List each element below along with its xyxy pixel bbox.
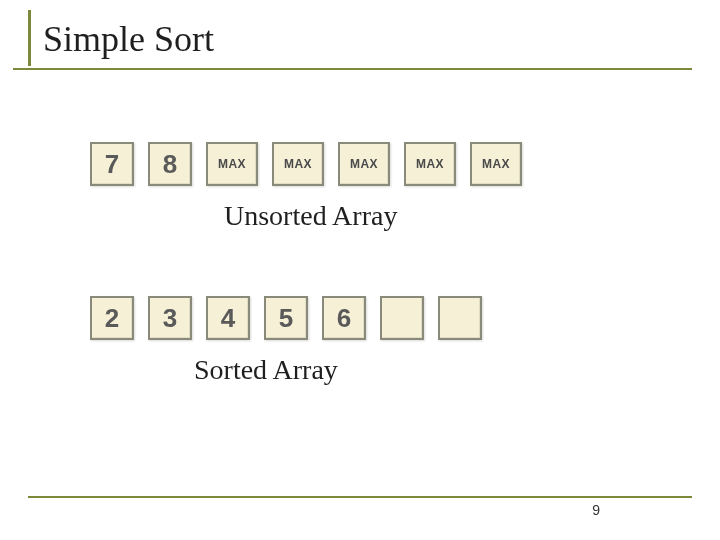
cell-value: 5 xyxy=(279,303,293,334)
cell-value: 2 xyxy=(105,303,119,334)
cell-value: 7 xyxy=(105,149,119,180)
array-cell: MAX xyxy=(272,142,324,186)
array-cell: 3 xyxy=(148,296,192,340)
cell-value: MAX xyxy=(284,157,312,171)
array-cell: 8 xyxy=(148,142,192,186)
array-cell: 4 xyxy=(206,296,250,340)
unsorted-caption: Unsorted Array xyxy=(224,200,692,232)
cell-value: 4 xyxy=(221,303,235,334)
array-cell: MAX xyxy=(338,142,390,186)
title-block: Simple Sort xyxy=(28,10,692,66)
cell-value: 6 xyxy=(337,303,351,334)
array-cell: 7 xyxy=(90,142,134,186)
slide-title: Simple Sort xyxy=(43,18,692,60)
cell-value: 8 xyxy=(163,149,177,180)
array-cell: 6 xyxy=(322,296,366,340)
array-cell: MAX xyxy=(404,142,456,186)
slide: Simple Sort 7 8 MAX MAX MAX MAX MAX Unso… xyxy=(28,10,692,520)
footer-divider xyxy=(28,496,692,498)
page-number: 9 xyxy=(592,502,600,518)
cell-value: MAX xyxy=(218,157,246,171)
cell-value: 3 xyxy=(163,303,177,334)
array-cell-empty xyxy=(380,296,424,340)
array-cell: MAX xyxy=(206,142,258,186)
sorted-array-row: 2 3 4 5 6 xyxy=(90,296,692,340)
cell-value: MAX xyxy=(482,157,510,171)
cell-value: MAX xyxy=(416,157,444,171)
cell-value: MAX xyxy=(350,157,378,171)
array-cell: 5 xyxy=(264,296,308,340)
array-cell-empty xyxy=(438,296,482,340)
unsorted-array-row: 7 8 MAX MAX MAX MAX MAX xyxy=(90,142,692,186)
sorted-caption: Sorted Array xyxy=(194,354,692,386)
array-cell: MAX xyxy=(470,142,522,186)
title-underline xyxy=(13,68,692,70)
array-cell: 2 xyxy=(90,296,134,340)
